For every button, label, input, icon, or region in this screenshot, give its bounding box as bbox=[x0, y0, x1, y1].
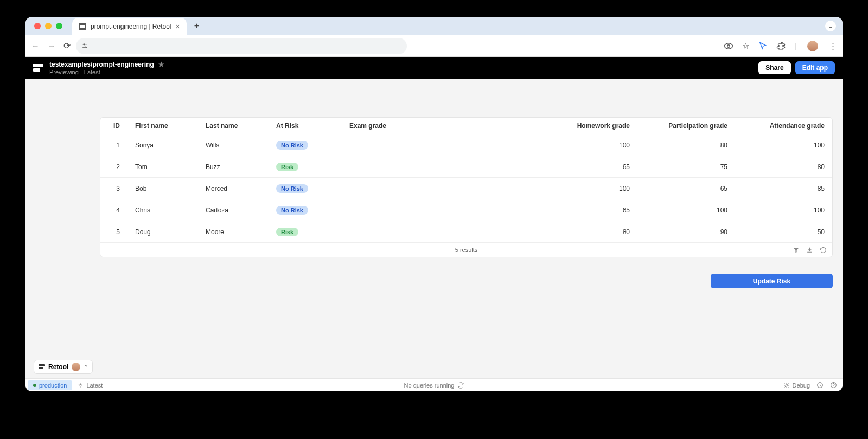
cell-first-name: Bob bbox=[127, 178, 198, 199]
edit-app-button[interactable]: Edit app bbox=[795, 61, 835, 74]
retool-appbar: testexamples/prompt-engineering ★ Previe… bbox=[25, 57, 843, 79]
browser-toolbar: ← → ⟳ ☆ | ⋮ bbox=[25, 35, 843, 57]
chevron-up-icon: ⌃ bbox=[84, 364, 88, 370]
cell-participation: 100 bbox=[637, 199, 735, 221]
svg-point-1 bbox=[84, 44, 85, 45]
cell-exam bbox=[342, 199, 477, 221]
cell-attendance: 100 bbox=[735, 134, 832, 156]
cell-last-name: Buzz bbox=[198, 156, 269, 178]
back-icon[interactable]: ← bbox=[31, 41, 40, 51]
students-table: ID First name Last name At Risk Exam gra… bbox=[100, 117, 833, 257]
header-homework-grade[interactable]: Homework grade bbox=[477, 118, 637, 134]
table-row[interactable]: 1SonyaWillsNo Risk10080100 bbox=[100, 134, 832, 156]
cell-id: 1 bbox=[100, 134, 127, 156]
profile-avatar[interactable] bbox=[807, 41, 818, 51]
cell-attendance: 100 bbox=[735, 199, 832, 221]
debug-button[interactable]: Debug bbox=[783, 382, 810, 389]
cell-last-name: Cartoza bbox=[198, 199, 269, 221]
cell-at-risk: Risk bbox=[269, 156, 342, 178]
more-menu-icon[interactable]: ⋮ bbox=[829, 41, 837, 51]
cell-homework: 100 bbox=[477, 178, 637, 199]
cell-attendance: 80 bbox=[735, 156, 832, 178]
app-canvas: ID First name Last name At Risk Exam gra… bbox=[25, 79, 843, 391]
tab-title: prompt-engineering | Retool bbox=[91, 23, 171, 30]
header-participation-grade[interactable]: Participation grade bbox=[637, 118, 735, 134]
environment-pill[interactable]: production bbox=[28, 380, 72, 390]
app-path: testexamples/prompt-engineering bbox=[49, 61, 154, 68]
cell-participation: 90 bbox=[637, 221, 735, 243]
close-tab-icon[interactable]: × bbox=[176, 23, 180, 30]
risk-pill: Risk bbox=[276, 163, 298, 171]
eye-icon[interactable] bbox=[724, 41, 733, 51]
cell-last-name: Wills bbox=[198, 134, 269, 156]
retool-chip-label: Retool bbox=[48, 363, 68, 371]
download-icon[interactable] bbox=[806, 247, 813, 254]
cell-homework: 80 bbox=[477, 221, 637, 243]
status-bar: production Latest No queries running Deb… bbox=[25, 378, 843, 391]
table-row[interactable]: 2TomBuzzRisk657580 bbox=[100, 156, 832, 178]
retool-chip[interactable]: Retool ⌃ bbox=[34, 360, 93, 374]
cell-first-name: Doug bbox=[127, 221, 198, 243]
browser-tabstrip: prompt-engineering | Retool × + ⌄ bbox=[25, 17, 843, 35]
retool-logo-icon[interactable] bbox=[33, 64, 43, 72]
cell-homework: 65 bbox=[477, 156, 637, 178]
tab-favicon bbox=[79, 23, 86, 30]
browser-window: prompt-engineering | Retool × + ⌄ ← → ⟳ … bbox=[25, 17, 843, 391]
maximize-window-icon[interactable] bbox=[56, 23, 62, 29]
cell-id: 3 bbox=[100, 178, 127, 199]
header-first-name[interactable]: First name bbox=[127, 118, 198, 134]
extensions-icon[interactable] bbox=[776, 41, 786, 50]
tabs-dropdown-icon[interactable]: ⌄ bbox=[825, 21, 836, 31]
chip-avatar bbox=[72, 363, 80, 371]
history-icon[interactable] bbox=[816, 382, 824, 389]
version-tag[interactable]: Latest bbox=[78, 382, 103, 389]
retool-logo-icon bbox=[39, 364, 45, 370]
svg-point-3 bbox=[85, 47, 86, 48]
previewing-label: Previewing bbox=[49, 69, 79, 75]
forward-icon[interactable]: → bbox=[47, 41, 56, 51]
version-label[interactable]: Latest bbox=[84, 69, 100, 75]
svg-point-4 bbox=[727, 44, 730, 47]
update-risk-button[interactable]: Update Risk bbox=[711, 274, 833, 288]
site-settings-icon[interactable] bbox=[81, 42, 88, 49]
favorite-star-icon[interactable]: ★ bbox=[158, 61, 164, 68]
query-status-label: No queries running bbox=[404, 382, 455, 389]
header-at-risk[interactable]: At Risk bbox=[269, 118, 342, 134]
cell-at-risk: No Risk bbox=[269, 134, 342, 156]
header-last-name[interactable]: Last name bbox=[198, 118, 269, 134]
sync-icon[interactable] bbox=[457, 382, 464, 389]
new-tab-button[interactable]: + bbox=[194, 21, 199, 31]
table-row[interactable]: 5DougMooreRisk809050 bbox=[100, 221, 832, 243]
help-icon[interactable] bbox=[830, 382, 837, 389]
minimize-window-icon[interactable] bbox=[45, 23, 52, 29]
table-row[interactable]: 3BobMercedNo Risk1006585 bbox=[100, 178, 832, 199]
reload-icon[interactable]: ⟳ bbox=[63, 41, 71, 51]
header-attendance-grade[interactable]: Attendance grade bbox=[735, 118, 832, 134]
share-button[interactable]: Share bbox=[758, 61, 790, 74]
browser-tab[interactable]: prompt-engineering | Retool × bbox=[72, 18, 187, 35]
cell-first-name: Sonya bbox=[127, 134, 198, 156]
cursor-click-icon[interactable] bbox=[758, 41, 768, 51]
cell-id: 2 bbox=[100, 156, 127, 178]
address-bar[interactable] bbox=[76, 38, 407, 54]
table-header-row: ID First name Last name At Risk Exam gra… bbox=[100, 118, 832, 134]
risk-pill: No Risk bbox=[276, 206, 308, 215]
cell-exam bbox=[342, 221, 477, 243]
cell-last-name: Merced bbox=[198, 178, 269, 199]
table-footer: 5 results bbox=[100, 243, 832, 257]
window-controls bbox=[34, 23, 62, 29]
header-exam-grade[interactable]: Exam grade bbox=[342, 118, 477, 134]
table-row[interactable]: 4ChrisCartozaNo Risk65100100 bbox=[100, 199, 832, 221]
refresh-icon[interactable] bbox=[820, 247, 827, 254]
cell-id: 5 bbox=[100, 221, 127, 243]
cell-first-name: Chris bbox=[127, 199, 198, 221]
cell-participation: 80 bbox=[637, 134, 735, 156]
star-icon[interactable]: ☆ bbox=[742, 41, 749, 51]
cell-homework: 65 bbox=[477, 199, 637, 221]
close-window-icon[interactable] bbox=[34, 23, 41, 29]
cell-exam bbox=[342, 134, 477, 156]
svg-point-5 bbox=[786, 384, 788, 386]
cell-at-risk: Risk bbox=[269, 221, 342, 243]
header-id[interactable]: ID bbox=[100, 118, 127, 134]
filter-icon[interactable] bbox=[793, 247, 800, 254]
